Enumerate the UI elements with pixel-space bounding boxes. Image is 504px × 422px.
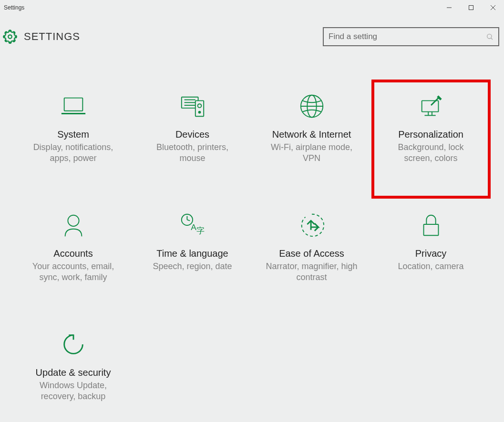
search-icon: [486, 33, 494, 40]
category-title: Devices: [175, 129, 209, 140]
update-icon: [59, 330, 88, 359]
category-update-security[interactable]: Update & security Windows Update, recove…: [14, 318, 133, 422]
devices-icon: [178, 92, 207, 121]
time-language-icon: A 字: [178, 211, 207, 240]
category-devices[interactable]: Devices Bluetooth, printers, mouse: [133, 80, 252, 199]
svg-point-5: [487, 34, 492, 39]
titlebar: Settings: [0, 0, 504, 15]
category-description: Background, lock screen, colors: [383, 142, 479, 164]
person-icon: [59, 211, 88, 240]
category-title: Update & security: [36, 367, 111, 378]
svg-rect-1: [469, 6, 473, 10]
svg-line-26: [187, 220, 190, 221]
svg-text:字: 字: [196, 226, 204, 235]
category-description: Speech, region, date: [153, 261, 232, 272]
gear-icon: [3, 30, 17, 44]
category-title: Personalization: [398, 129, 463, 140]
category-description: Narrator, magnifier, high contrast: [264, 261, 360, 283]
svg-rect-30: [423, 224, 438, 235]
search-input[interactable]: [329, 32, 486, 41]
page-title: SETTINGS: [24, 30, 80, 43]
personalization-icon: [417, 92, 445, 121]
maximize-button[interactable]: [460, 0, 482, 15]
category-description: Display, notifications, apps, power: [26, 142, 121, 164]
category-network[interactable]: Network & Internet Wi-Fi, airplane mode,…: [252, 80, 371, 199]
window-controls: [438, 0, 504, 15]
svg-point-23: [68, 215, 79, 226]
header: SETTINGS: [0, 15, 504, 49]
category-accounts[interactable]: Accounts Your accounts, email, sync, wor…: [14, 199, 133, 318]
svg-rect-7: [64, 98, 82, 111]
lock-icon: [417, 211, 445, 240]
categories-grid: System Display, notifications, apps, pow…: [0, 49, 504, 422]
category-description: Location, camera: [398, 261, 463, 272]
close-button[interactable]: [482, 0, 504, 15]
laptop-icon: [59, 92, 88, 121]
category-title: Ease of Access: [279, 248, 344, 259]
category-description: Wi-Fi, airplane mode, VPN: [264, 142, 360, 164]
category-description: Your accounts, email, sync, work, family: [26, 261, 121, 283]
search-box[interactable]: [323, 27, 499, 46]
globe-icon: [298, 92, 326, 121]
svg-point-4: [8, 35, 12, 39]
svg-rect-19: [422, 100, 438, 111]
ease-icon: [298, 211, 326, 240]
category-privacy[interactable]: Privacy Location, camera: [371, 199, 491, 318]
header-left: SETTINGS: [3, 30, 80, 44]
category-title: Time & language: [156, 248, 228, 259]
category-title: Accounts: [53, 248, 93, 259]
svg-line-6: [491, 38, 493, 40]
category-title: Network & Internet: [272, 129, 351, 140]
svg-point-15: [198, 111, 200, 113]
category-description: Windows Update, recovery, backup: [26, 380, 121, 402]
category-description: Bluetooth, printers, mouse: [145, 142, 240, 164]
category-personalization[interactable]: Personalization Background, lock screen,…: [371, 80, 491, 199]
category-time-language[interactable]: A 字 Time & language Speech, region, date: [133, 199, 252, 318]
category-ease-of-access[interactable]: Ease of Access Narrator, magnifier, high…: [252, 199, 371, 318]
window-title: Settings: [4, 4, 24, 11]
minimize-button[interactable]: [438, 0, 460, 15]
category-title: Privacy: [415, 248, 447, 259]
svg-text:A: A: [191, 222, 196, 232]
svg-rect-13: [195, 100, 203, 116]
category-title: System: [57, 129, 89, 140]
category-system[interactable]: System Display, notifications, apps, pow…: [14, 80, 133, 199]
